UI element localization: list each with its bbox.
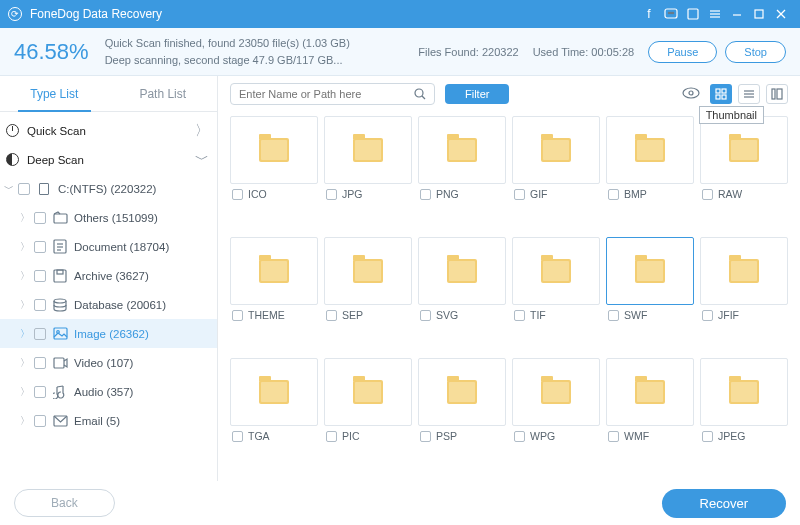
folder-thumb	[606, 116, 694, 184]
checkbox[interactable]	[608, 431, 619, 442]
checkbox[interactable]	[34, 299, 46, 311]
stop-button[interactable]: Stop	[725, 41, 786, 63]
svg-rect-22	[54, 358, 64, 368]
checkbox[interactable]	[514, 189, 525, 200]
preview-icon[interactable]	[682, 87, 700, 102]
tree-item-label: Audio (357)	[74, 386, 133, 398]
tree-item[interactable]: 〉 Audio (357)	[0, 377, 217, 406]
checkbox[interactable]	[34, 241, 46, 253]
facebook-icon[interactable]: f	[638, 0, 660, 28]
back-button[interactable]: Back	[14, 489, 115, 517]
drive-icon	[36, 183, 52, 195]
tree-item[interactable]: 〉 Archive (3627)	[0, 261, 217, 290]
app-title: FoneDog Data Recovery	[30, 7, 638, 21]
used-time: Used Time: 00:05:28	[533, 46, 635, 58]
checkbox[interactable]	[326, 431, 337, 442]
folder-icon	[353, 380, 383, 404]
tab-type-list[interactable]: Type List	[0, 76, 109, 111]
pause-button[interactable]: Pause	[648, 41, 717, 63]
checkbox[interactable]	[34, 386, 46, 398]
view-detail-button[interactable]	[766, 84, 788, 104]
folder-label: JFIF	[718, 309, 739, 321]
folder-thumb	[230, 358, 318, 426]
tree-item[interactable]: 〉 Database (20061)	[0, 290, 217, 319]
minimize-button[interactable]	[726, 0, 748, 28]
folder-cell[interactable]: WPG	[512, 358, 600, 473]
checkbox[interactable]	[608, 310, 619, 321]
checkbox[interactable]	[420, 431, 431, 442]
checkbox[interactable]	[420, 189, 431, 200]
tree-item[interactable]: 〉 Email (5)	[0, 406, 217, 435]
view-list-button[interactable]	[738, 84, 760, 104]
feedback-icon[interactable]	[660, 0, 682, 28]
svg-point-19	[54, 299, 66, 303]
folder-cell[interactable]: THEME	[230, 237, 318, 352]
folder-cell[interactable]: RAW	[700, 116, 788, 231]
tree-item[interactable]: 〉 Video (107)	[0, 348, 217, 377]
folder-cell[interactable]: PNG	[418, 116, 506, 231]
svg-line-26	[422, 96, 425, 99]
checkbox[interactable]	[702, 189, 713, 200]
close-button[interactable]	[770, 0, 792, 28]
folder-icon	[729, 380, 759, 404]
tooltip: Thumbnail	[699, 106, 764, 124]
tree-drive[interactable]: ﹀ C:(NTFS) (220322)	[0, 174, 217, 203]
tree-item[interactable]: 〉 Document (18704)	[0, 232, 217, 261]
checkbox[interactable]	[420, 310, 431, 321]
folder-cell[interactable]: JPG	[324, 116, 412, 231]
tree-quick-scan[interactable]: Quick Scan 〉	[0, 116, 217, 145]
checkbox[interactable]	[34, 328, 46, 340]
checkbox[interactable]	[514, 431, 525, 442]
checkbox[interactable]	[326, 189, 337, 200]
folder-label: PIC	[342, 430, 360, 442]
folder-cell[interactable]: ICO	[230, 116, 318, 231]
chevron-right-icon: 〉	[18, 385, 32, 399]
checkbox[interactable]	[232, 310, 243, 321]
checkbox[interactable]	[514, 310, 525, 321]
checkbox[interactable]	[326, 310, 337, 321]
checkbox[interactable]	[34, 270, 46, 282]
folder-cell[interactable]: SWF	[606, 237, 694, 352]
folder-label: BMP	[624, 188, 647, 200]
category-icon	[52, 298, 68, 312]
checkbox[interactable]	[232, 189, 243, 200]
folder-cell[interactable]: BMP	[606, 116, 694, 231]
filter-button[interactable]: Filter	[445, 84, 509, 104]
folder-cell[interactable]: SEP	[324, 237, 412, 352]
tab-path-list[interactable]: Path List	[109, 76, 218, 111]
sidebar: Type List Path List Quick Scan 〉 Deep Sc…	[0, 76, 218, 481]
tree-item[interactable]: 〉 Others (151099)	[0, 203, 217, 232]
folder-cell[interactable]: TGA	[230, 358, 318, 473]
folder-icon	[259, 138, 289, 162]
checkbox[interactable]	[608, 189, 619, 200]
folder-cell[interactable]: JPEG	[700, 358, 788, 473]
folder-cell[interactable]: JFIF	[700, 237, 788, 352]
folder-icon	[353, 259, 383, 283]
checkbox[interactable]	[34, 357, 46, 369]
checkbox[interactable]	[702, 431, 713, 442]
checkbox[interactable]	[34, 415, 46, 427]
tree-deep-scan[interactable]: Deep Scan ﹀	[0, 145, 217, 174]
register-icon[interactable]	[682, 0, 704, 28]
checkbox[interactable]	[34, 212, 46, 224]
checkbox[interactable]	[232, 431, 243, 442]
folder-cell[interactable]: GIF	[512, 116, 600, 231]
folder-cell[interactable]: TIF	[512, 237, 600, 352]
folder-label: SVG	[436, 309, 458, 321]
chevron-right-icon: 〉	[18, 298, 32, 312]
folder-cell[interactable]: PSP	[418, 358, 506, 473]
menu-icon[interactable]	[704, 0, 726, 28]
view-thumbnail-button[interactable]	[710, 84, 732, 104]
clock-icon	[6, 124, 19, 137]
folder-icon	[259, 259, 289, 283]
folder-cell[interactable]: WMF	[606, 358, 694, 473]
folder-cell[interactable]: SVG	[418, 237, 506, 352]
checkbox[interactable]	[702, 310, 713, 321]
maximize-button[interactable]	[748, 0, 770, 28]
search-input[interactable]	[230, 83, 435, 105]
recover-button[interactable]: Recover	[662, 489, 786, 518]
folder-cell[interactable]: PIC	[324, 358, 412, 473]
tree-item[interactable]: 〉 Image (26362)	[0, 319, 217, 348]
svg-point-2	[670, 12, 671, 13]
checkbox[interactable]	[18, 183, 30, 195]
